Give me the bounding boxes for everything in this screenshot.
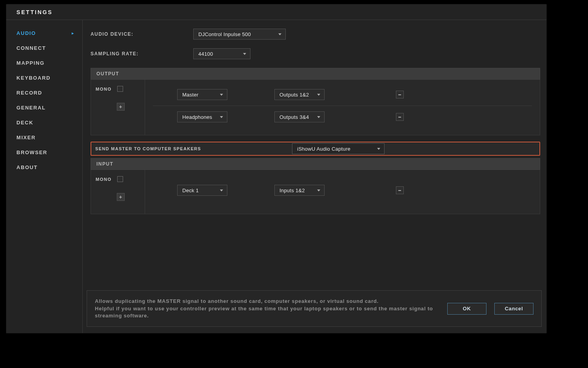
sidebar-item-label: MIXER [16, 135, 36, 140]
sidebar-item-keyboard[interactable]: KEYBOARD [6, 70, 82, 85]
input-left-panel: MONO + [91, 170, 145, 214]
content-pane: AUDIO DEVICE: DJControl Inpulse 500 SAMP… [83, 20, 546, 333]
help-line-1: Allows duplicating the MASTER signal to … [95, 298, 379, 304]
output-row-master: Master Outputs 1&2 [153, 84, 532, 106]
select-value: iShowU Audio Capture [297, 146, 350, 152]
output-target-select[interactable]: Outputs 3&4 [274, 111, 325, 122]
add-output-button[interactable]: + [117, 103, 125, 111]
dropdown-icon [317, 116, 320, 118]
plus-icon: + [119, 104, 123, 109]
sidebar-item-record[interactable]: RECORD [6, 85, 82, 100]
input-source-select[interactable]: Deck 1 [177, 185, 227, 196]
input-rows: Deck 1 Inputs 1&2 [145, 170, 540, 214]
output-body: MONO + Master [91, 80, 540, 135]
mono-label: MONO [96, 177, 112, 182]
send-master-label: SEND MASTER TO COMPUTER SPEAKERS [95, 146, 292, 151]
audio-device-select[interactable]: DJControl Inpulse 500 [193, 29, 286, 40]
select-value: Deck 1 [182, 188, 199, 193]
footer: Allows duplicating the MASTER signal to … [87, 290, 542, 327]
cancel-button[interactable]: Cancel [494, 303, 534, 315]
input-header: INPUT [91, 158, 540, 170]
send-master-select[interactable]: iShowU Audio Capture [292, 143, 385, 154]
remove-input-button[interactable]: – [396, 186, 404, 194]
output-left-panel: MONO + [91, 80, 145, 135]
row-sampling-rate: SAMPLING RATE: 44100 [91, 48, 540, 59]
output-source-select[interactable]: Headphones [177, 111, 227, 122]
input-target-select[interactable]: Inputs 1&2 [274, 185, 325, 196]
sidebar-item-label: GENERAL [16, 105, 45, 111]
sidebar-item-label: ABOUT [16, 164, 38, 170]
sidebar-item-mixer[interactable]: MIXER [6, 130, 82, 145]
button-label: Cancel [505, 306, 523, 312]
sidebar: AUDIO ▸ CONNECT MAPPING KEYBOARD RECORD … [6, 20, 83, 333]
output-mono-row: MONO [96, 86, 145, 92]
select-value: Inputs 1&2 [279, 188, 305, 193]
dropdown-icon [220, 116, 223, 118]
select-value: Headphones [182, 114, 212, 120]
button-label: OK [463, 306, 471, 312]
sidebar-item-audio[interactable]: AUDIO ▸ [6, 26, 82, 40]
window-title: SETTINGS [16, 9, 53, 15]
dropdown-icon [243, 53, 246, 55]
output-section: OUTPUT MONO + [91, 68, 540, 135]
remove-output-button[interactable]: – [396, 113, 404, 121]
audio-device-label: AUDIO DEVICE: [91, 31, 193, 37]
sampling-rate-select[interactable]: 44100 [193, 48, 250, 59]
add-input-button[interactable]: + [117, 193, 125, 201]
sidebar-item-label: AUDIO [16, 30, 36, 36]
sampling-rate-label: SAMPLING RATE: [91, 51, 193, 56]
sidebar-item-mapping[interactable]: MAPPING [6, 55, 82, 70]
window-body: AUDIO ▸ CONNECT MAPPING KEYBOARD RECORD … [6, 20, 546, 333]
dropdown-icon [317, 94, 320, 96]
dropdown-icon [377, 148, 380, 150]
input-mono-checkbox[interactable] [117, 176, 123, 182]
sidebar-item-about[interactable]: ABOUT [6, 160, 82, 175]
sidebar-item-label: RECORD [16, 90, 42, 96]
dropdown-icon [220, 189, 223, 191]
ok-button[interactable]: OK [447, 303, 486, 315]
dropdown-icon [220, 94, 223, 96]
select-value: Outputs 3&4 [279, 114, 309, 120]
minus-icon: – [398, 91, 401, 98]
help-line-2: Helpful if you want to use your controll… [95, 306, 433, 319]
output-target-select[interactable]: Outputs 1&2 [274, 89, 325, 100]
dropdown-icon [278, 33, 281, 35]
minus-icon: – [398, 114, 401, 120]
select-value: DJControl Inpulse 500 [198, 31, 251, 37]
mono-label: MONO [96, 87, 112, 91]
remove-output-button[interactable]: – [396, 91, 404, 98]
settings-window: SETTINGS AUDIO ▸ CONNECT MAPPING KEYBOAR… [6, 4, 547, 333]
chevron-right-icon: ▸ [72, 31, 74, 35]
input-row-deck1: Deck 1 Inputs 1&2 [153, 174, 532, 207]
footer-help-text: Allows duplicating the MASTER signal to … [95, 298, 439, 319]
minus-icon: – [398, 187, 401, 193]
sidebar-item-label: BROWSER [16, 149, 47, 155]
output-mono-checkbox[interactable] [117, 86, 123, 92]
sidebar-item-label: DECK [16, 120, 33, 126]
sidebar-item-browser[interactable]: BROWSER [6, 145, 82, 160]
input-section: INPUT MONO + [91, 158, 540, 214]
sidebar-item-label: MAPPING [16, 60, 45, 66]
output-source-select[interactable]: Master [177, 89, 227, 100]
sidebar-item-connect[interactable]: CONNECT [6, 40, 82, 55]
row-audio-device: AUDIO DEVICE: DJControl Inpulse 500 [91, 29, 540, 40]
input-mono-row: MONO [96, 176, 145, 182]
output-rows: Master Outputs 1&2 [145, 80, 540, 135]
send-master-row: SEND MASTER TO COMPUTER SPEAKERS iShowU … [91, 142, 540, 156]
plus-icon: + [119, 194, 123, 200]
sidebar-item-label: CONNECT [16, 45, 46, 51]
select-value: 44100 [198, 51, 213, 57]
select-value: Master [182, 92, 198, 98]
select-value: Outputs 1&2 [279, 92, 309, 98]
sidebar-item-label: KEYBOARD [16, 75, 51, 81]
dropdown-icon [317, 189, 320, 191]
output-row-headphones: Headphones Outputs 3&4 [153, 106, 532, 128]
sidebar-item-deck[interactable]: DECK [6, 115, 82, 130]
output-header: OUTPUT [91, 68, 540, 80]
titlebar: SETTINGS [6, 4, 546, 20]
input-body: MONO + Deck 1 [91, 170, 540, 214]
sidebar-item-general[interactable]: GENERAL [6, 100, 82, 115]
